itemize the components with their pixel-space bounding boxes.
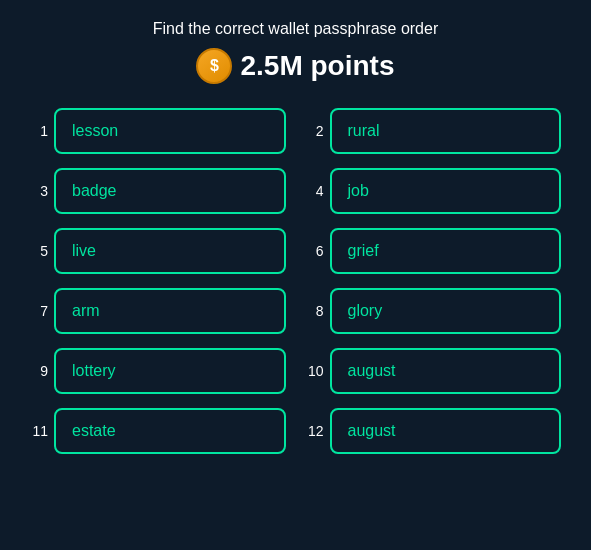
word-box[interactable]: august bbox=[330, 348, 562, 394]
word-item: 9lottery bbox=[30, 348, 286, 394]
word-number: 5 bbox=[30, 243, 48, 259]
coin-icon: $ bbox=[196, 48, 232, 84]
word-item: 7arm bbox=[30, 288, 286, 334]
word-box[interactable]: lottery bbox=[54, 348, 286, 394]
word-box[interactable]: badge bbox=[54, 168, 286, 214]
word-number: 9 bbox=[30, 363, 48, 379]
word-item: 3badge bbox=[30, 168, 286, 214]
word-box[interactable]: glory bbox=[330, 288, 562, 334]
word-number: 12 bbox=[306, 423, 324, 439]
word-item: 1lesson bbox=[30, 108, 286, 154]
word-box[interactable]: rural bbox=[330, 108, 562, 154]
word-number: 8 bbox=[306, 303, 324, 319]
word-number: 6 bbox=[306, 243, 324, 259]
word-number: 10 bbox=[306, 363, 324, 379]
word-item: 11estate bbox=[30, 408, 286, 454]
word-box[interactable]: lesson bbox=[54, 108, 286, 154]
word-item: 2rural bbox=[306, 108, 562, 154]
word-box[interactable]: job bbox=[330, 168, 562, 214]
word-item: 5live bbox=[30, 228, 286, 274]
word-number: 3 bbox=[30, 183, 48, 199]
word-number: 7 bbox=[30, 303, 48, 319]
page-title: Find the correct wallet passphrase order bbox=[153, 20, 438, 38]
word-number: 4 bbox=[306, 183, 324, 199]
word-number: 1 bbox=[30, 123, 48, 139]
word-item: 4job bbox=[306, 168, 562, 214]
word-number: 2 bbox=[306, 123, 324, 139]
word-box[interactable]: august bbox=[330, 408, 562, 454]
word-box[interactable]: live bbox=[54, 228, 286, 274]
word-box[interactable]: estate bbox=[54, 408, 286, 454]
word-item: 10august bbox=[306, 348, 562, 394]
points-label: 2.5M points bbox=[240, 50, 394, 82]
word-item: 12august bbox=[306, 408, 562, 454]
word-item: 8glory bbox=[306, 288, 562, 334]
word-item: 6grief bbox=[306, 228, 562, 274]
words-grid: 1lesson2rural3badge4job5live6grief7arm8g… bbox=[30, 108, 561, 454]
word-number: 11 bbox=[30, 423, 48, 439]
points-row: $ 2.5M points bbox=[196, 48, 394, 84]
word-box[interactable]: arm bbox=[54, 288, 286, 334]
word-box[interactable]: grief bbox=[330, 228, 562, 274]
